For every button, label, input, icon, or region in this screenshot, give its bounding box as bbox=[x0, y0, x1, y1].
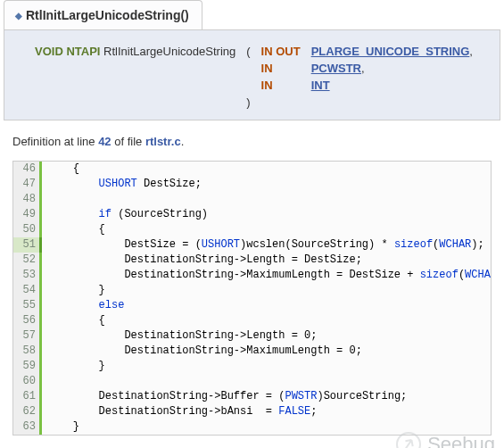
line-number[interactable]: 56 bbox=[13, 313, 42, 328]
line-number[interactable]: 50 bbox=[13, 222, 42, 237]
referenced-by-line: Referenced by DefSetText(), and RtlInitL… bbox=[0, 436, 504, 448]
code-line: 54 } bbox=[13, 283, 491, 298]
code-line: 62 DestinationString->bAnsi = FALSE; bbox=[13, 404, 491, 419]
line-number[interactable]: 53 bbox=[13, 268, 42, 283]
code-text bbox=[42, 192, 47, 207]
code-text: { bbox=[42, 313, 105, 328]
line-number[interactable]: 49 bbox=[13, 207, 42, 222]
line-number[interactable]: 60 bbox=[13, 374, 42, 389]
code-text: } bbox=[42, 359, 105, 374]
line-number[interactable]: 57 bbox=[13, 328, 42, 344]
return-type: VOID bbox=[35, 45, 63, 58]
line-number[interactable]: 48 bbox=[13, 192, 42, 207]
definition-mid: of file bbox=[112, 135, 145, 148]
line-number[interactable]: 58 bbox=[13, 344, 42, 359]
code-text: else bbox=[42, 298, 124, 313]
code-text: USHORT DestSize; bbox=[42, 177, 202, 192]
signature-declarator: VOID NTAPI RtlInitLargeUnicodeString bbox=[29, 43, 241, 60]
code-text: DestSize = (USHORT)wcslen(SourceString) … bbox=[42, 237, 484, 253]
code-text: DestinationString->Buffer = (PWSTR)Sourc… bbox=[42, 389, 407, 404]
definition-suffix: . bbox=[181, 135, 185, 148]
code-line: 55 else bbox=[13, 298, 491, 313]
code-line: 61 DestinationString->Buffer = (PWSTR)So… bbox=[13, 389, 491, 404]
code-line: 56 { bbox=[13, 313, 491, 328]
line-number[interactable]: 47 bbox=[13, 177, 42, 192]
open-paren: ( bbox=[241, 43, 255, 60]
definition-file-link[interactable]: rtlstr.c bbox=[145, 135, 181, 148]
line-number[interactable]: 52 bbox=[13, 253, 42, 268]
code-text bbox=[42, 374, 47, 389]
code-line: 57 DestinationString->Length = 0; bbox=[13, 328, 491, 344]
code-line: 50 { bbox=[13, 222, 491, 237]
line-number[interactable]: 46 bbox=[13, 162, 42, 177]
code-line: 60 bbox=[13, 374, 491, 389]
definition-line: Definition at line 42 of file rtlstr.c. bbox=[0, 120, 504, 157]
line-number[interactable]: 59 bbox=[13, 359, 42, 374]
param-type-link[interactable]: PCWSTR bbox=[311, 62, 361, 75]
code-text: } bbox=[42, 419, 79, 435]
definition-prefix: Definition at line bbox=[12, 135, 98, 148]
diamond-icon: ◆ bbox=[15, 11, 22, 21]
code-text: { bbox=[42, 222, 105, 237]
param-dir: IN bbox=[261, 79, 273, 92]
code-text: { bbox=[42, 162, 79, 177]
code-line: 51 DestSize = (USHORT)wcslen(SourceStrin… bbox=[13, 237, 491, 253]
line-number[interactable]: 63 bbox=[13, 419, 42, 435]
code-line: 49 if (SourceString) bbox=[13, 207, 491, 222]
line-number[interactable]: 55 bbox=[13, 298, 42, 313]
close-paren: ) bbox=[241, 94, 255, 111]
code-line: 63 } bbox=[13, 419, 491, 435]
param-type-link[interactable]: INT bbox=[311, 79, 330, 92]
function-name: RtlInitLargeUnicodeString bbox=[103, 45, 235, 58]
code-text: DestinationString->Length = DestSize; bbox=[42, 253, 362, 268]
line-number[interactable]: 62 bbox=[13, 404, 42, 419]
code-text: } bbox=[42, 283, 105, 298]
code-text: DestinationString->bAnsi = FALSE; bbox=[42, 404, 317, 419]
code-text: DestinationString->MaximumLength = DestS… bbox=[42, 268, 492, 283]
code-text: DestinationString->Length = 0; bbox=[42, 328, 317, 344]
param-dir: IN bbox=[261, 62, 273, 75]
signature-table: VOID NTAPI RtlInitLargeUnicodeString ( I… bbox=[29, 43, 478, 111]
code-line: 47 USHORT DestSize; bbox=[13, 177, 491, 192]
param-type-link[interactable]: PLARGE_UNICODE_STRING bbox=[311, 45, 470, 58]
code-line: 46 { bbox=[13, 162, 491, 177]
definition-line-link[interactable]: 42 bbox=[98, 135, 111, 148]
code-text: if (SourceString) bbox=[42, 207, 208, 222]
line-number[interactable]: 51 bbox=[13, 237, 42, 253]
call-convention: NTAPI bbox=[66, 45, 100, 58]
code-line: 58 DestinationString->MaximumLength = 0; bbox=[13, 344, 491, 359]
signature-box: VOID NTAPI RtlInitLargeUnicodeString ( I… bbox=[4, 29, 500, 120]
code-snippet: 46 {47 USHORT DestSize;4849 if (SourceSt… bbox=[12, 161, 492, 436]
code-line: 53 DestinationString->MaximumLength = De… bbox=[13, 268, 491, 283]
code-text: DestinationString->MaximumLength = 0; bbox=[42, 344, 362, 359]
param-dir: IN OUT bbox=[261, 45, 301, 58]
code-line: 48 bbox=[13, 192, 491, 207]
line-number[interactable]: 61 bbox=[13, 389, 42, 404]
line-number[interactable]: 54 bbox=[13, 283, 42, 298]
function-tab-title: RtlInitLargeUnicodeString() bbox=[26, 8, 189, 22]
code-line: 52 DestinationString->Length = DestSize; bbox=[13, 253, 491, 268]
param-trail: , bbox=[469, 45, 473, 58]
code-line: 59 } bbox=[13, 359, 491, 374]
param-trail: , bbox=[361, 62, 365, 75]
function-tab[interactable]: ◆RtlInitLargeUnicodeString() bbox=[4, 0, 202, 29]
